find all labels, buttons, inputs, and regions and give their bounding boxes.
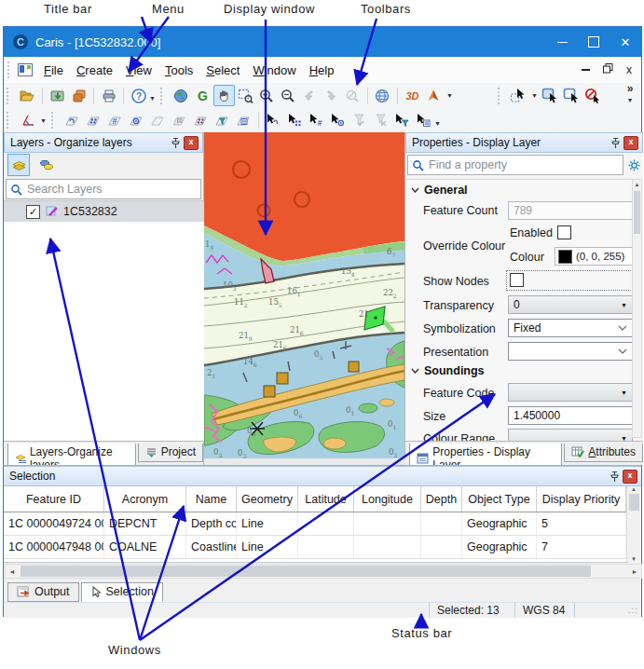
pan-icon[interactable] [213, 85, 235, 106]
import-icon[interactable] [47, 85, 68, 106]
close-icon[interactable]: x [623, 136, 638, 150]
properties-panel-header[interactable]: Properties - Display Layer x [405, 132, 643, 153]
select-icon[interactable] [508, 85, 529, 106]
child-minimize-button[interactable] [582, 69, 590, 71]
toolbar-grip[interactable] [7, 88, 12, 104]
globe-icon[interactable] [171, 85, 192, 106]
scroll-up-icon[interactable]: ▲ [631, 486, 637, 492]
resize-grip[interactable]: .:: [628, 606, 641, 615]
graticule-icon[interactable] [372, 85, 393, 106]
previous-view-icon[interactable] [299, 85, 321, 106]
snap-points-icon[interactable] [83, 110, 104, 131]
cursor-clip-icon[interactable] [263, 110, 284, 131]
snap-filter-icon[interactable] [212, 110, 233, 131]
layer-item[interactable]: ✓ 1C532832 [4, 201, 204, 222]
cursor-list-icon[interactable] [413, 110, 434, 131]
table-vertical-scrollbar[interactable]: ▲ ▼ [626, 486, 640, 562]
section-general[interactable]: General [411, 184, 468, 197]
presentation-combo[interactable] [508, 342, 633, 361]
child-close-button[interactable]: x [626, 63, 632, 76]
feature-code-dropdown[interactable]: ▼ [508, 383, 633, 402]
cursor-hash-icon[interactable]: # [306, 110, 327, 131]
filter-clear-icon[interactable] [370, 110, 391, 131]
table-row[interactable]: 1C 0000047948 00001COALNECoastlineLineGe… [4, 536, 628, 559]
chevron-down-icon[interactable]: ▼ [531, 92, 538, 99]
section-soundings[interactable]: Soundings [411, 364, 485, 377]
gear-icon[interactable] [627, 158, 641, 172]
snap-clip-icon[interactable] [62, 110, 83, 131]
show-nodes-checkbox[interactable] [510, 273, 524, 287]
toolbar-grip[interactable] [160, 88, 166, 104]
snap-multipoint-icon[interactable] [190, 110, 212, 131]
pin-icon[interactable] [610, 137, 621, 149]
snap-node-icon[interactable] [126, 110, 147, 131]
scroll-up-icon[interactable]: ▲ [633, 180, 641, 190]
organize-layers-icon[interactable] [7, 154, 30, 176]
tab-project[interactable]: Project [138, 444, 203, 462]
deselect-icon[interactable] [582, 85, 604, 106]
select-rectangle-icon[interactable] [540, 85, 561, 106]
select-polygon-icon[interactable] [561, 85, 582, 106]
cursor-points-icon[interactable] [284, 110, 306, 131]
document-icon[interactable] [18, 63, 33, 76]
selection-panel-header[interactable]: Selection x [4, 466, 641, 486]
title-bar[interactable]: C Caris - [1C532832.000] ✕ [4, 27, 641, 57]
table-header-cell[interactable]: Acronym [104, 486, 186, 512]
table-header-cell[interactable]: Display Priority [537, 486, 626, 512]
measure-angle-icon[interactable] [17, 110, 38, 131]
table-horizontal-scrollbar[interactable]: ◄ ► [5, 564, 642, 579]
snap-ribbon-icon[interactable] [169, 110, 190, 131]
symbolization-combo[interactable]: Fixed [508, 319, 633, 337]
open-icon[interactable] [17, 85, 38, 106]
table-header-cell[interactable]: Depth [421, 486, 462, 512]
chevron-down-icon[interactable]: ▼ [40, 117, 47, 124]
scrollbar-thumb[interactable] [634, 191, 640, 234]
menu-item-select[interactable]: Select [206, 63, 240, 77]
menu-item-create[interactable]: Create [76, 63, 113, 77]
menu-item-help[interactable]: Help [309, 63, 335, 77]
pin-icon[interactable] [609, 471, 620, 483]
layers-panel-header[interactable]: Layers - Organize layers x [4, 132, 203, 153]
zoom-out-icon[interactable] [278, 85, 299, 106]
child-restore-button[interactable] [603, 63, 613, 76]
zoom-in-icon[interactable] [256, 85, 278, 106]
chevron-down-icon[interactable]: ▼ [434, 120, 441, 127]
cursor-node-icon[interactable] [327, 110, 349, 131]
snap-hatch-icon[interactable] [147, 110, 169, 131]
properties-scrollbar[interactable]: ▲ [632, 179, 642, 438]
close-button[interactable]: ✕ [610, 27, 641, 57]
chevron-down-icon[interactable]: ▼ [149, 95, 156, 102]
menu-item-window[interactable]: Window [253, 63, 295, 77]
zoom-area-icon[interactable] [235, 85, 256, 106]
size-field[interactable]: 1.450000 [508, 406, 633, 425]
menu-item-file[interactable]: File [44, 63, 63, 77]
tab-attributes[interactable]: Attributes [564, 444, 643, 462]
3d-icon[interactable]: 3D [402, 85, 423, 106]
layers-search-input[interactable]: Search Layers [6, 179, 201, 199]
clear-zoom-icon[interactable] [342, 85, 363, 106]
close-icon[interactable]: x [184, 136, 199, 150]
toolbar-grip[interactable] [498, 88, 503, 104]
scroll-right-icon[interactable]: ► [628, 568, 641, 575]
scrollbar-thumb[interactable] [21, 566, 591, 577]
enabled-checkbox[interactable] [557, 225, 571, 239]
tab-selection[interactable]: Selection [81, 582, 163, 602]
scroll-down-icon[interactable]: ▼ [631, 556, 637, 562]
layer-sets-icon[interactable] [35, 154, 58, 176]
table-row[interactable]: 1C 0000049724 00001DEPCNTDepth co...Line… [4, 512, 628, 536]
print-icon[interactable] [98, 85, 119, 106]
tab-output[interactable]: Output [7, 582, 79, 602]
transparency-dropdown[interactable]: 0▼ [508, 295, 633, 314]
table-header-cell[interactable]: Object Type [462, 486, 537, 512]
toolbar-grip[interactable] [51, 112, 57, 129]
snap-hash-icon[interactable]: # [104, 110, 126, 131]
table-header-cell[interactable]: Longitude [354, 486, 421, 512]
close-icon[interactable]: x [623, 470, 637, 484]
scrollbar-thumb[interactable] [629, 494, 639, 511]
cursor-filter-icon[interactable] [391, 110, 413, 131]
next-view-icon[interactable] [321, 85, 342, 106]
toolbar-grip[interactable] [7, 61, 13, 78]
maximize-button[interactable] [578, 27, 610, 57]
minimize-button[interactable] [546, 27, 578, 57]
copy-icon[interactable] [68, 85, 89, 106]
